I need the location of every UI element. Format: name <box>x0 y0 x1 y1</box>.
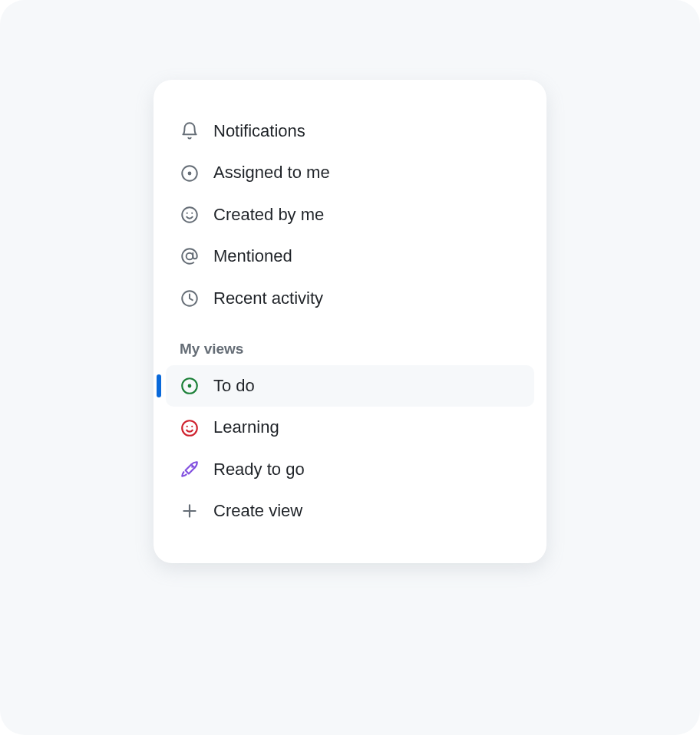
svg-point-5 <box>187 253 193 260</box>
issue-open-icon <box>180 376 200 396</box>
nav-item-notifications[interactable]: Notifications <box>166 110 534 152</box>
svg-point-4 <box>191 213 193 214</box>
nav-item-label: Mentioned <box>213 246 520 266</box>
nav-item-label: Recent activity <box>213 288 520 308</box>
create-view-button[interactable]: Create view <box>166 490 534 532</box>
view-item-label: Learning <box>213 417 520 437</box>
smiley-icon <box>180 418 200 438</box>
sidebar-panel: Notifications Assigned to me Created <box>154 80 546 563</box>
nav-item-label: Created by me <box>213 205 520 225</box>
nav-item-created[interactable]: Created by me <box>166 194 534 236</box>
clock-icon <box>180 288 200 308</box>
svg-point-8 <box>188 384 192 388</box>
nav-item-assigned[interactable]: Assigned to me <box>166 152 534 193</box>
nav-item-label: Assigned to me <box>213 163 520 183</box>
svg-point-3 <box>187 213 188 214</box>
view-item-todo[interactable]: To do <box>166 365 534 407</box>
canvas: Notifications Assigned to me Created <box>0 0 700 735</box>
nav-item-label: Notifications <box>213 121 520 141</box>
view-item-ready[interactable]: Ready to go <box>166 449 534 490</box>
svg-point-12 <box>191 466 193 468</box>
selection-indicator <box>157 374 161 397</box>
issue-open-icon <box>180 163 200 183</box>
rocket-icon <box>180 460 200 480</box>
nav-item-recent[interactable]: Recent activity <box>166 278 534 319</box>
mention-icon <box>180 246 200 266</box>
smiley-icon <box>180 205 200 225</box>
svg-point-10 <box>187 425 188 427</box>
bell-icon <box>180 121 200 141</box>
svg-point-11 <box>191 425 193 427</box>
plus-icon <box>180 501 200 521</box>
view-item-label: Ready to go <box>213 460 520 480</box>
nav-item-mentioned[interactable]: Mentioned <box>166 236 534 277</box>
svg-point-1 <box>188 171 192 175</box>
view-item-label: To do <box>213 376 520 396</box>
create-view-label: Create view <box>213 501 520 521</box>
views-section-header: My views <box>166 319 534 365</box>
svg-point-9 <box>182 420 197 436</box>
svg-point-2 <box>182 207 197 222</box>
view-item-learning[interactable]: Learning <box>166 407 534 448</box>
